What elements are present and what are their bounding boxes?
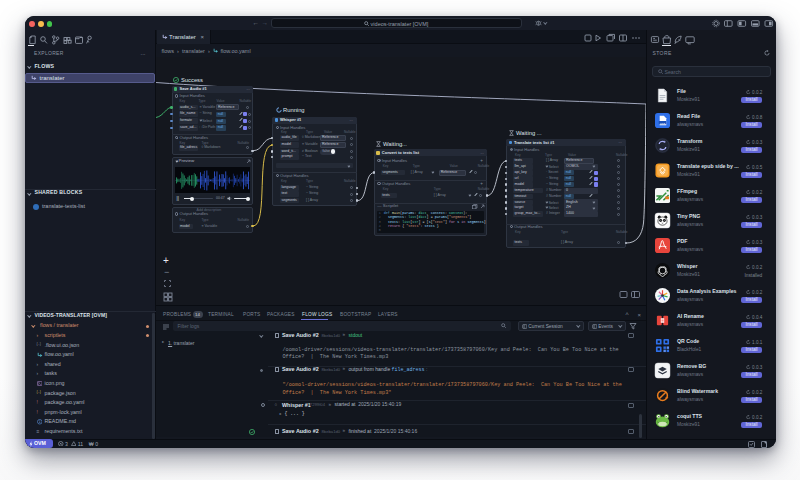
svg-text:FILE: FILE [660,122,665,125]
